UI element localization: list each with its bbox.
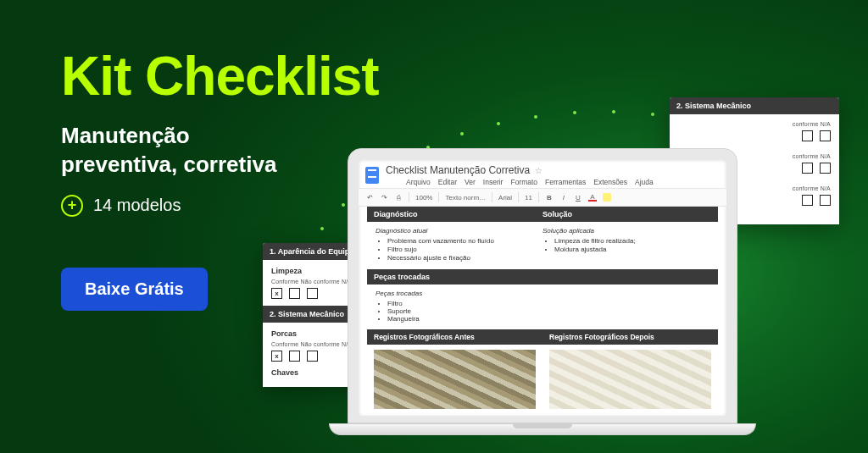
svg-point-7 [497, 122, 500, 125]
doc-page: Diagnóstico Solução Diagnóstico atual Pr… [359, 207, 726, 416]
checkbox [820, 130, 831, 141]
badge-row: + 14 modelos [61, 195, 379, 217]
svg-point-8 [534, 115, 537, 119]
checkbox [820, 195, 831, 206]
menu-bar: Arquivo Editar Ver Inserir Formato Ferra… [386, 178, 720, 186]
svg-point-9 [573, 111, 576, 114]
checkbox [802, 163, 813, 174]
checkbox [307, 351, 318, 362]
highlight-icon[interactable] [603, 193, 611, 202]
checkbox [802, 195, 813, 206]
doc-title: Checklist Manutenção Corretiva [386, 164, 530, 176]
print-icon[interactable]: ⎙ [394, 193, 403, 202]
menu-item[interactable]: Formato [510, 178, 537, 186]
menu-item[interactable]: Ferramentas [545, 178, 586, 186]
fontsize[interactable]: 11 [525, 194, 532, 202]
checkbox [802, 130, 813, 141]
redo-icon[interactable]: ↷ [380, 193, 388, 202]
laptop-mockup: Checklist Manutenção Corretiva ☆ ⠀ Arqui… [348, 148, 737, 435]
text-color-icon[interactable]: A [588, 193, 597, 202]
hero-block: Kit Checklist Manutenção preventiva, cor… [61, 49, 379, 311]
menu-item[interactable]: Inserir [483, 178, 504, 186]
underline-icon[interactable]: U [574, 193, 582, 202]
font-select[interactable]: Arial [498, 194, 512, 202]
toolbar: ↶ ↷ ⎙ 100% Texto norm… Arial 11 B I U A [359, 188, 726, 207]
star-icon: ☆ [535, 166, 542, 175]
italic-icon[interactable]: I [559, 193, 568, 202]
plus-icon: + [61, 195, 83, 217]
photo-after [549, 350, 711, 409]
move-icon: ⠀ [548, 166, 554, 175]
checkbox [820, 163, 831, 174]
photo-before [374, 350, 536, 409]
hero-subtitle: Manutenção preventiva, corretiva [61, 122, 379, 180]
gdocs-window: Checklist Manutenção Corretiva ☆ ⠀ Arqui… [359, 159, 726, 416]
menu-item[interactable]: Extensões [593, 178, 627, 186]
menu-item[interactable]: Arquivo [406, 178, 431, 186]
style-select[interactable]: Texto norm… [445, 194, 486, 202]
download-button[interactable]: Baixe Grátis [61, 268, 208, 311]
checkbox-checked: x [271, 351, 282, 362]
hero-title: Kit Checklist [61, 49, 379, 103]
menu-item[interactable]: Ver [465, 178, 476, 186]
badge-text: 14 modelos [93, 196, 181, 215]
svg-point-11 [651, 113, 654, 116]
checkbox [289, 351, 300, 362]
menu-item[interactable]: Ajuda [635, 178, 654, 186]
svg-point-10 [612, 110, 615, 113]
section-header: 2. Sistema Mecânico [670, 97, 839, 114]
svg-point-6 [460, 132, 464, 135]
bold-icon[interactable]: B [545, 193, 554, 202]
zoom-select[interactable]: 100% [415, 194, 432, 202]
menu-item[interactable]: Editar [438, 178, 457, 186]
